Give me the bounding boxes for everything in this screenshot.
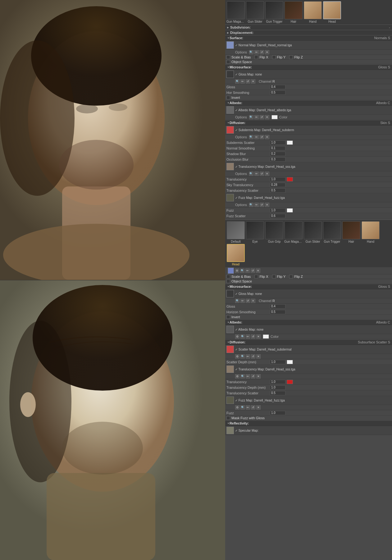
viewport-top[interactable]: [0, 0, 225, 280]
flip-z-cb[interactable]: [289, 55, 293, 59]
b-object-space-cb[interactable]: [226, 279, 230, 283]
translucency-color[interactable]: [287, 177, 293, 181]
translucy-close-icon[interactable]: ✕: [265, 172, 269, 176]
object-space-cb[interactable]: [226, 60, 230, 64]
viewport-bottom[interactable]: [0, 280, 225, 560]
b-scatter-color[interactable]: [287, 360, 293, 364]
gloss-refresh-icon[interactable]: ↺: [246, 79, 250, 84]
b-reflectivity-section[interactable]: ▼ Reflectivity:: [225, 420, 392, 426]
diffusion-section[interactable]: ▼ Diffusion: Skin S: [225, 120, 392, 126]
b-close-icon[interactable]: ✕: [256, 269, 260, 273]
gloss-input[interactable]: [270, 85, 285, 89]
b-search-icon[interactable]: 🔍: [240, 269, 244, 273]
mat-gun-grip[interactable]: Gun Grip: [265, 221, 284, 243]
flip-y-cb[interactable]: [272, 55, 276, 59]
fuzz-color[interactable]: [287, 208, 293, 213]
mat-eye[interactable]: Eye: [246, 221, 264, 243]
ba-search[interactable]: 🔍: [240, 334, 245, 339]
bf-gear[interactable]: ⚙: [235, 405, 239, 410]
shadow-blur-input[interactable]: [270, 152, 285, 156]
ba-edit[interactable]: ✏: [246, 334, 250, 339]
ba-close[interactable]: ✕: [256, 334, 261, 339]
subdermis-edit-icon[interactable]: ✏: [254, 135, 259, 139]
b-refresh-icon[interactable]: ↺: [251, 269, 255, 273]
occlusion-blur-input[interactable]: [270, 157, 285, 162]
subdermis-search-icon[interactable]: 🔍: [249, 135, 253, 139]
subdermis-refresh-icon[interactable]: ↺: [260, 135, 264, 139]
subdermis-scatter-input[interactable]: [270, 140, 285, 145]
mat-head2[interactable]: Head: [226, 244, 245, 266]
fuzz-refresh-icon[interactable]: ↺: [260, 203, 264, 207]
bg-close[interactable]: ✕: [251, 299, 255, 303]
mat-hand2[interactable]: Hand: [361, 221, 380, 243]
bf-edit[interactable]: ✏: [246, 405, 250, 410]
fuzz-options-label[interactable]: Options: [235, 203, 247, 207]
b-edit-icon[interactable]: ✏: [245, 269, 250, 273]
mat-gun-trig2[interactable]: Gun Trigger: [323, 221, 341, 243]
bt-edit[interactable]: ✏: [246, 374, 250, 379]
material-thumb-gun-slider[interactable]: Gun Slider: [246, 1, 264, 23]
b-albedo-color[interactable]: [263, 334, 269, 339]
translucy-edit-icon[interactable]: ✏: [254, 172, 259, 176]
gloss-search-icon[interactable]: 🔍: [235, 79, 239, 84]
scale-bias-cb[interactable]: [226, 55, 230, 59]
material-thumb-head[interactable]: Head: [323, 1, 341, 23]
b-invert-cb[interactable]: [226, 315, 230, 319]
albedo-refresh-icon[interactable]: ↺: [260, 115, 264, 119]
b-flip-z-cb[interactable]: [289, 275, 293, 278]
bf-close[interactable]: ✕: [256, 405, 261, 410]
material-thumb-hand[interactable]: Hand: [303, 1, 322, 23]
b-translucy-color[interactable]: [287, 380, 293, 384]
b-gloss-input[interactable]: [270, 304, 285, 309]
b-gear-icon[interactable]: ⚙: [235, 269, 239, 273]
gloss-edit-icon[interactable]: ✏: [240, 79, 245, 84]
refresh-icon-btn[interactable]: ↺: [260, 50, 264, 54]
microsurface-section[interactable]: ▼ Microsurface: Gloss S: [225, 64, 392, 70]
bg-search[interactable]: 🔍: [235, 299, 239, 303]
bs-search[interactable]: 🔍: [240, 354, 245, 359]
bt-search[interactable]: 🔍: [240, 374, 245, 379]
subdivision-section[interactable]: ▶ Subdivision: -: [225, 25, 392, 30]
b-albedo-section[interactable]: ▼ Albedo: Albedo C: [225, 319, 392, 325]
hor-smoothing-input[interactable]: [270, 90, 285, 95]
b-mask-fuzz-cb[interactable]: [226, 416, 230, 420]
b-translucy-scatter-input[interactable]: [270, 391, 285, 395]
subdermis-options-label[interactable]: Options: [235, 135, 247, 139]
bf-refresh[interactable]: ↺: [251, 405, 255, 410]
edit-icon-btn[interactable]: ✏: [254, 50, 259, 54]
albedo-options-label[interactable]: Options: [235, 115, 247, 119]
bs-gear[interactable]: ⚙: [235, 354, 239, 359]
mat-hair2[interactable]: Hair: [342, 221, 361, 243]
translucy-options-label[interactable]: Options: [235, 172, 247, 176]
bt-close[interactable]: ✕: [256, 374, 261, 379]
ba-refresh[interactable]: ↺: [251, 334, 255, 339]
material-thumb-hair[interactable]: Hair: [284, 1, 303, 23]
b-fuzz-input[interactable]: [270, 411, 285, 415]
bg-edit[interactable]: ✏: [240, 299, 245, 303]
fuzz-edit-icon[interactable]: ✏: [254, 203, 259, 207]
ba-gear[interactable]: ⚙: [235, 334, 239, 339]
mat-gun-mag2[interactable]: Gun Magazine: [284, 221, 303, 243]
bf-search[interactable]: 🔍: [240, 405, 245, 410]
b-scale-bias-cb[interactable]: [226, 275, 230, 278]
options-label[interactable]: Options: [235, 50, 247, 54]
albedo-section[interactable]: ▼ Albedo: Albedo C: [225, 100, 392, 106]
invert-cb[interactable]: [226, 96, 230, 99]
bt-refresh[interactable]: ↺: [251, 374, 255, 379]
bt-gear[interactable]: ⚙: [235, 374, 239, 379]
displacement-section[interactable]: ▶ Displacement:: [225, 30, 392, 35]
surface-section-header[interactable]: ▼ Surface: Normals S: [225, 35, 392, 41]
subdermis-color[interactable]: [287, 140, 293, 145]
gloss-close-icon[interactable]: ✕: [251, 79, 255, 84]
bs-refresh[interactable]: ↺: [251, 354, 255, 359]
close-icon-btn[interactable]: ✕: [265, 50, 269, 54]
search-icon-btn[interactable]: 🔍: [249, 50, 253, 54]
b-translucy-input[interactable]: [270, 380, 285, 384]
albedo-edit-icon[interactable]: ✏: [254, 115, 259, 119]
flip-x-cb[interactable]: [254, 55, 258, 59]
albedo-search-icon[interactable]: 🔍: [249, 115, 253, 119]
translucency-input[interactable]: [270, 177, 285, 181]
material-thumb-gun-trigger[interactable]: Gun Trigger: [265, 1, 284, 23]
b-microsurface-section[interactable]: ▼ Microsurface: Gloss S: [225, 284, 392, 289]
fuzz-scatter-input[interactable]: [270, 214, 285, 218]
